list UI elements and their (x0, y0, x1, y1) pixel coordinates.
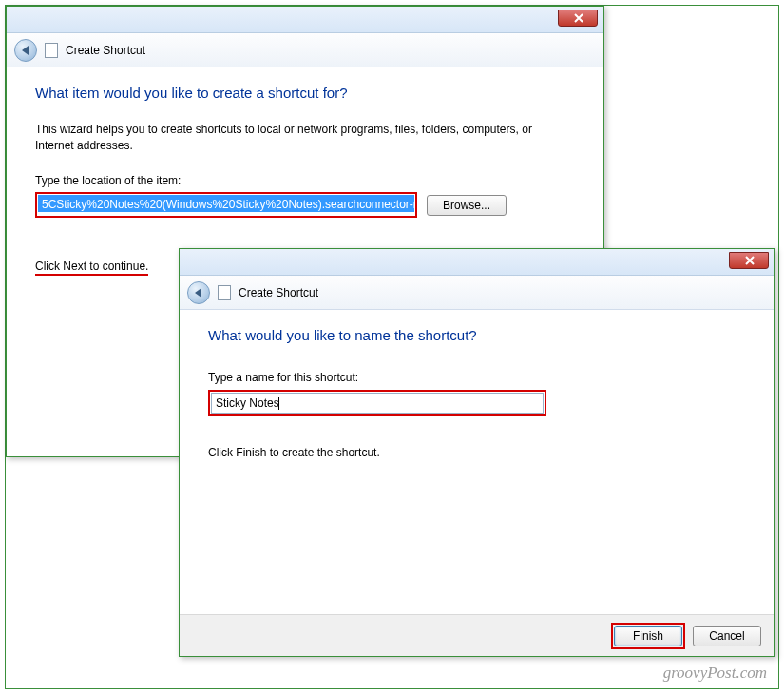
name-label: Type a name for this shortcut: (208, 370, 746, 386)
cancel-button[interactable]: Cancel (693, 626, 761, 646)
page-heading: What would you like to name the shortcut… (208, 327, 746, 343)
name-input[interactable]: Sticky Notes (211, 393, 544, 414)
back-icon[interactable] (187, 281, 210, 304)
dialog-footer: Finish Cancel (180, 614, 774, 656)
page-heading: What item would you like to create a sho… (35, 85, 575, 101)
continue-text: Click Next to continue. (35, 260, 148, 276)
dialog-title: Create Shortcut (66, 44, 145, 57)
header-bar: Create Shortcut (7, 33, 603, 67)
titlebar[interactable] (180, 249, 774, 276)
text-cursor (278, 397, 279, 410)
finish-text: Click Finish to create the shortcut. (208, 445, 746, 461)
titlebar[interactable] (7, 7, 603, 33)
name-input-row: Sticky Notes (208, 390, 746, 416)
dialog-title: Create Shortcut (239, 286, 318, 299)
location-highlight: 5CSticky%20Notes%20(Windows%20Sticky%20N… (35, 192, 417, 218)
document-icon (45, 43, 58, 58)
name-highlight: Sticky Notes (208, 390, 546, 416)
location-row: 5CSticky%20Notes%20(Windows%20Sticky%20N… (35, 192, 575, 218)
location-input[interactable]: 5CSticky%20Notes%20(Windows%20Sticky%20N… (38, 195, 414, 212)
description-text: This wizard helps you to create shortcut… (35, 122, 548, 154)
location-label: Type the location of the item: (35, 173, 575, 189)
header-bar: Create Shortcut (180, 276, 774, 310)
finish-highlight: Finish (611, 623, 685, 649)
back-icon[interactable] (14, 39, 37, 62)
close-button[interactable] (558, 10, 598, 27)
browse-button[interactable]: Browse... (427, 195, 507, 216)
dialog-body: What would you like to name the shortcut… (180, 310, 774, 614)
screenshot-container: Create Shortcut What item would you like… (5, 5, 779, 689)
watermark-text: groovyPost.com (663, 664, 767, 683)
document-icon (218, 285, 231, 300)
close-button[interactable] (729, 252, 769, 269)
finish-button[interactable]: Finish (614, 626, 682, 646)
create-shortcut-dialog-step2: Create Shortcut What would you like to n… (179, 248, 775, 657)
name-value: Sticky Notes (216, 396, 279, 410)
